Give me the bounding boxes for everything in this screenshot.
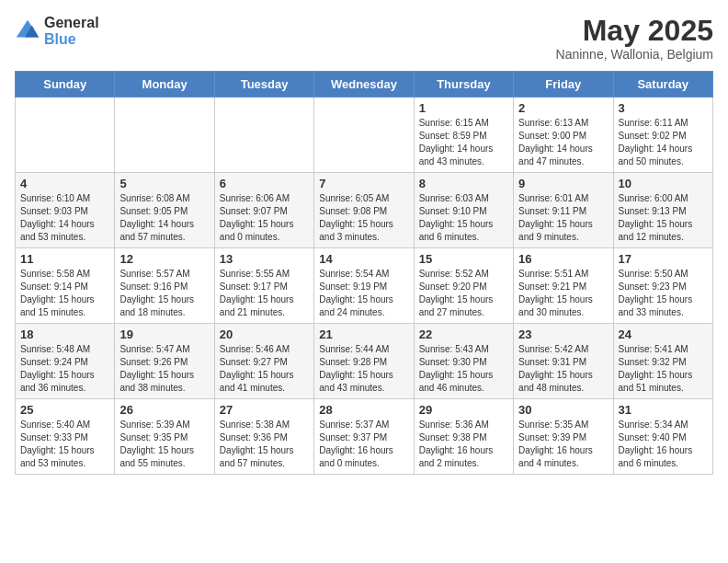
calendar-cell: 28Sunrise: 5:37 AMSunset: 9:37 PMDayligh…: [314, 399, 414, 475]
day-info: Sunrise: 5:48 AMSunset: 9:24 PMDaylight:…: [20, 343, 109, 395]
day-of-week-header: Saturday: [613, 72, 712, 98]
calendar-cell: 7Sunrise: 6:05 AMSunset: 9:08 PMDaylight…: [314, 173, 414, 248]
calendar-cell: 23Sunrise: 5:42 AMSunset: 9:31 PMDayligh…: [514, 324, 613, 399]
calendar-cell: 16Sunrise: 5:51 AMSunset: 9:21 PMDayligh…: [514, 248, 613, 324]
day-number: 16: [518, 252, 608, 266]
calendar-cell: [16, 98, 115, 173]
day-number: 31: [619, 403, 708, 417]
day-number: 9: [518, 177, 608, 190]
day-info: Sunrise: 6:05 AMSunset: 9:08 PMDaylight:…: [319, 192, 408, 244]
day-number: 19: [119, 327, 209, 341]
calendar-cell: 21Sunrise: 5:44 AMSunset: 9:28 PMDayligh…: [314, 324, 414, 399]
calendar-week-row: 18Sunrise: 5:48 AMSunset: 9:24 PMDayligh…: [16, 324, 713, 399]
calendar-cell: 6Sunrise: 6:06 AMSunset: 9:07 PMDaylight…: [214, 173, 313, 248]
calendar-week-row: 25Sunrise: 5:40 AMSunset: 9:33 PMDayligh…: [16, 399, 713, 475]
day-number: 7: [319, 177, 408, 190]
day-info: Sunrise: 5:52 AMSunset: 9:20 PMDaylight:…: [419, 268, 508, 319]
days-of-week-row: SundayMondayTuesdayWednesdayThursdayFrid…: [16, 72, 713, 98]
day-number: 21: [319, 327, 408, 341]
calendar-cell: 11Sunrise: 5:58 AMSunset: 9:14 PMDayligh…: [16, 248, 115, 324]
day-number: 23: [518, 327, 608, 341]
calendar-cell: 27Sunrise: 5:38 AMSunset: 9:36 PMDayligh…: [214, 399, 313, 475]
day-info: Sunrise: 5:36 AMSunset: 9:38 PMDaylight:…: [419, 419, 508, 470]
calendar-cell: 13Sunrise: 5:55 AMSunset: 9:17 PMDayligh…: [214, 248, 313, 324]
day-number: 1: [419, 101, 508, 115]
day-info: Sunrise: 5:39 AMSunset: 9:35 PMDaylight:…: [119, 419, 209, 470]
day-number: 28: [319, 403, 408, 417]
day-info: Sunrise: 5:43 AMSunset: 9:30 PMDaylight:…: [419, 343, 508, 395]
calendar-cell: 5Sunrise: 6:08 AMSunset: 9:05 PMDaylight…: [115, 173, 214, 248]
calendar-week-row: 11Sunrise: 5:58 AMSunset: 9:14 PMDayligh…: [16, 248, 713, 324]
calendar-cell: 14Sunrise: 5:54 AMSunset: 9:19 PMDayligh…: [314, 248, 414, 324]
day-info: Sunrise: 6:15 AMSunset: 8:59 PMDaylight:…: [419, 117, 508, 168]
day-info: Sunrise: 6:01 AMSunset: 9:11 PMDaylight:…: [518, 192, 608, 244]
logo-icon: [15, 18, 40, 44]
day-number: 15: [419, 252, 508, 266]
day-info: Sunrise: 6:08 AMSunset: 9:05 PMDaylight:…: [119, 192, 209, 244]
logo: General Blue: [15, 15, 99, 47]
calendar-cell: 18Sunrise: 5:48 AMSunset: 9:24 PMDayligh…: [16, 324, 115, 399]
day-info: Sunrise: 5:47 AMSunset: 9:26 PMDaylight:…: [119, 343, 209, 395]
day-number: 3: [619, 101, 708, 115]
day-number: 5: [119, 177, 209, 190]
day-number: 30: [518, 403, 608, 417]
day-number: 4: [20, 177, 109, 190]
day-info: Sunrise: 5:55 AMSunset: 9:17 PMDaylight:…: [220, 268, 309, 319]
calendar-header: SundayMondayTuesdayWednesdayThursdayFrid…: [16, 72, 713, 98]
day-number: 18: [20, 327, 109, 341]
calendar-cell: 22Sunrise: 5:43 AMSunset: 9:30 PMDayligh…: [414, 324, 513, 399]
day-info: Sunrise: 5:38 AMSunset: 9:36 PMDaylight:…: [220, 419, 309, 470]
day-info: Sunrise: 5:37 AMSunset: 9:37 PMDaylight:…: [319, 419, 408, 470]
calendar-cell: 3Sunrise: 6:11 AMSunset: 9:02 PMDaylight…: [613, 98, 712, 173]
day-number: 24: [619, 327, 708, 341]
day-info: Sunrise: 6:10 AMSunset: 9:03 PMDaylight:…: [20, 192, 109, 244]
day-info: Sunrise: 5:54 AMSunset: 9:19 PMDaylight:…: [319, 268, 408, 319]
calendar-cell: [214, 98, 313, 173]
calendar-subtitle: Naninne, Wallonia, Belgium: [556, 47, 713, 62]
day-info: Sunrise: 5:44 AMSunset: 9:28 PMDaylight:…: [319, 343, 408, 395]
day-of-week-header: Thursday: [414, 72, 513, 98]
day-number: 10: [619, 177, 708, 190]
calendar-cell: 10Sunrise: 6:00 AMSunset: 9:13 PMDayligh…: [613, 173, 712, 248]
day-of-week-header: Tuesday: [214, 72, 313, 98]
logo-blue-text: Blue: [44, 31, 99, 48]
day-number: 6: [220, 177, 309, 190]
calendar-cell: 2Sunrise: 6:13 AMSunset: 9:00 PMDaylight…: [514, 98, 613, 173]
day-info: Sunrise: 5:35 AMSunset: 9:39 PMDaylight:…: [518, 419, 608, 470]
calendar-cell: 30Sunrise: 5:35 AMSunset: 9:39 PMDayligh…: [514, 399, 613, 475]
day-number: 27: [220, 403, 309, 417]
calendar-cell: 4Sunrise: 6:10 AMSunset: 9:03 PMDaylight…: [16, 173, 115, 248]
day-number: 12: [119, 252, 209, 266]
calendar-cell: 31Sunrise: 5:34 AMSunset: 9:40 PMDayligh…: [613, 399, 712, 475]
day-of-week-header: Friday: [514, 72, 613, 98]
day-of-week-header: Wednesday: [314, 72, 414, 98]
day-info: Sunrise: 5:57 AMSunset: 9:16 PMDaylight:…: [119, 268, 209, 319]
calendar-cell: 8Sunrise: 6:03 AMSunset: 9:10 PMDaylight…: [414, 173, 513, 248]
day-number: 17: [619, 252, 708, 266]
calendar-cell: 20Sunrise: 5:46 AMSunset: 9:27 PMDayligh…: [214, 324, 313, 399]
day-number: 22: [419, 327, 508, 341]
calendar-week-row: 1Sunrise: 6:15 AMSunset: 8:59 PMDaylight…: [16, 98, 713, 173]
day-info: Sunrise: 5:40 AMSunset: 9:33 PMDaylight:…: [20, 419, 109, 470]
day-number: 13: [220, 252, 309, 266]
day-info: Sunrise: 6:06 AMSunset: 9:07 PMDaylight:…: [220, 192, 309, 244]
day-number: 14: [319, 252, 408, 266]
calendar-cell: 17Sunrise: 5:50 AMSunset: 9:23 PMDayligh…: [613, 248, 712, 324]
day-number: 11: [20, 252, 109, 266]
title-area: May 2025 Naninne, Wallonia, Belgium: [556, 15, 713, 62]
day-info: Sunrise: 5:34 AMSunset: 9:40 PMDaylight:…: [619, 419, 708, 470]
calendar-cell: 25Sunrise: 5:40 AMSunset: 9:33 PMDayligh…: [16, 399, 115, 475]
day-info: Sunrise: 5:41 AMSunset: 9:32 PMDaylight:…: [619, 343, 708, 395]
calendar-cell: 1Sunrise: 6:15 AMSunset: 8:59 PMDaylight…: [414, 98, 513, 173]
day-info: Sunrise: 5:42 AMSunset: 9:31 PMDaylight:…: [518, 343, 608, 395]
day-info: Sunrise: 5:58 AMSunset: 9:14 PMDaylight:…: [20, 268, 109, 319]
day-number: 2: [518, 101, 608, 115]
day-info: Sunrise: 5:50 AMSunset: 9:23 PMDaylight:…: [619, 268, 708, 319]
calendar-cell: 12Sunrise: 5:57 AMSunset: 9:16 PMDayligh…: [115, 248, 214, 324]
calendar-cell: 24Sunrise: 5:41 AMSunset: 9:32 PMDayligh…: [613, 324, 712, 399]
day-of-week-header: Monday: [115, 72, 214, 98]
calendar-cell: 29Sunrise: 5:36 AMSunset: 9:38 PMDayligh…: [414, 399, 513, 475]
calendar-week-row: 4Sunrise: 6:10 AMSunset: 9:03 PMDaylight…: [16, 173, 713, 248]
calendar-cell: 15Sunrise: 5:52 AMSunset: 9:20 PMDayligh…: [414, 248, 513, 324]
calendar-cell: [115, 98, 214, 173]
